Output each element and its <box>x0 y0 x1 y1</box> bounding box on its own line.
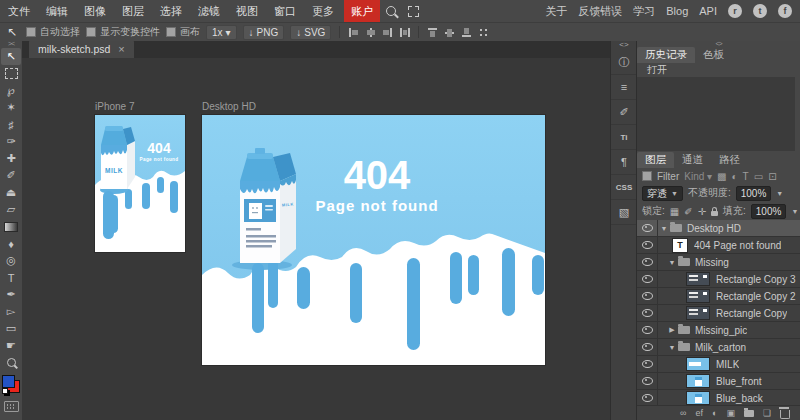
align-top-icon[interactable] <box>427 27 438 38</box>
tab-paths[interactable]: 路径 <box>711 152 748 168</box>
facebook-icon[interactable]: f <box>778 4 792 18</box>
close-icon[interactable]: × <box>118 43 124 55</box>
expand-caret[interactable]: ▶ <box>666 326 678 334</box>
shape-tool[interactable]: ▭ <box>1 320 21 337</box>
properties-panel-icon[interactable]: ≡ <box>611 75 637 100</box>
lock-paint-icon[interactable]: ✐ <box>684 206 692 217</box>
fill-stepper[interactable]: ▼ <box>791 208 798 215</box>
distribute-h-icon[interactable] <box>399 27 410 38</box>
layer-row-blue-front[interactable]: Blue_front <box>637 373 800 390</box>
paragraph-panel-icon[interactable]: ¶ <box>611 150 637 175</box>
menu-edit[interactable]: 编辑 <box>38 0 76 22</box>
magic-wand-tool[interactable]: ✶ <box>1 99 21 116</box>
new-group-icon[interactable] <box>744 410 754 417</box>
layer-effects-icon[interactable]: ef <box>695 406 703 420</box>
distribute-more-icon[interactable] <box>478 27 489 38</box>
export-svg-button[interactable]: ↓ SVG <box>290 25 331 40</box>
lasso-tool[interactable]: ℘ <box>1 82 21 99</box>
css-panel-icon[interactable]: CSS <box>611 175 637 200</box>
layer-row-missing-group[interactable]: ▼ Missing <box>637 254 800 271</box>
menu-file[interactable]: 文件 <box>0 0 38 22</box>
link-report[interactable]: 反馈错误 <box>578 4 622 19</box>
layer-row-rect-copy-3[interactable]: Rectangle Copy 3 <box>637 271 800 288</box>
foreground-color[interactable] <box>2 375 15 388</box>
opacity-input[interactable]: 100% <box>736 186 772 201</box>
filter-shape-icon[interactable]: ▭ <box>754 171 763 182</box>
link-blog[interactable]: Blog <box>666 5 688 17</box>
image-panel-icon[interactable]: ▧ <box>611 200 637 225</box>
character-panel-icon[interactable]: Ti <box>611 125 637 150</box>
layer-row-rect-copy-2[interactable]: Rectangle Copy 2 <box>637 288 800 305</box>
align-bottom-icon[interactable] <box>461 27 472 38</box>
menu-filter[interactable]: 滤镜 <box>190 0 228 22</box>
dodge-tool[interactable]: ◎ <box>1 252 21 269</box>
lock-position-icon[interactable]: ✛ <box>698 206 706 217</box>
visibility-toggle[interactable] <box>637 237 658 253</box>
artboard-label-iphone[interactable]: iPhone 7 <box>95 101 134 112</box>
menu-window[interactable]: 窗口 <box>266 0 304 22</box>
reddit-icon[interactable]: r <box>728 4 742 18</box>
layer-row-missing-pic-group[interactable]: ▶ Missing_pic <box>637 322 800 339</box>
visibility-toggle[interactable] <box>637 305 658 321</box>
layer-row-rect-copy[interactable]: Rectangle Copy <box>637 305 800 322</box>
new-layer-icon[interactable]: ❏ <box>763 406 771 420</box>
expand-caret[interactable]: ▼ <box>666 344 678 351</box>
fill-input[interactable]: 100% <box>751 204 787 219</box>
twitter-icon[interactable]: t <box>753 4 767 18</box>
keyboard-shortcuts-icon[interactable] <box>4 401 19 412</box>
path-select-tool[interactable]: ▻ <box>1 303 21 320</box>
visibility-toggle[interactable] <box>637 356 658 372</box>
visibility-toggle[interactable] <box>637 322 658 338</box>
filter-type-icon[interactable]: T <box>743 171 749 182</box>
align-middle-icon[interactable] <box>444 27 455 38</box>
adjustment-layer-icon[interactable]: ◐ <box>712 406 717 420</box>
lock-all-icon[interactable] <box>711 211 718 216</box>
blend-mode-dropdown[interactable]: 穿透 ▼ <box>642 186 683 201</box>
type-tool[interactable]: T <box>1 269 21 286</box>
move-tool[interactable]: ↖ <box>1 48 21 65</box>
toolbar-collapse[interactable]: >< <box>8 40 14 48</box>
link-api[interactable]: API <box>699 5 717 17</box>
tab-layers[interactable]: 图层 <box>637 152 674 168</box>
link-about[interactable]: 关于 <box>545 4 567 19</box>
visibility-toggle[interactable] <box>637 220 658 236</box>
canvas-area[interactable]: iPhone 7 <box>22 58 610 420</box>
layer-row-desktop-hd[interactable]: ▼ Desktop HD <box>637 220 800 237</box>
auto-select-checkbox[interactable]: 自动选择 <box>26 25 80 39</box>
tab-channels[interactable]: 通道 <box>674 152 711 168</box>
crop-tool[interactable]: ♯ <box>1 116 21 133</box>
filter-adjustment-icon[interactable]: ◐ <box>732 171 738 182</box>
filter-smart-icon[interactable]: ⊡ <box>768 171 776 182</box>
layer-mask-icon[interactable]: ▣ <box>726 406 735 420</box>
clone-stamp-tool[interactable]: ⏏ <box>1 184 21 201</box>
menu-layer[interactable]: 图层 <box>114 0 152 22</box>
align-center-h-icon[interactable] <box>365 27 376 38</box>
marquee-select-tool[interactable] <box>1 65 21 82</box>
eyedropper-tool[interactable]: ✑ <box>1 133 21 150</box>
layer-row-milk[interactable]: MILK <box>637 356 800 373</box>
filter-checkbox[interactable] <box>642 171 652 181</box>
strip-collapse[interactable]: <> <box>619 40 628 50</box>
color-swatches[interactable] <box>2 375 20 393</box>
layer-row-404-text[interactable]: T 404 Page not found <box>637 237 800 254</box>
visibility-toggle[interactable] <box>637 288 658 304</box>
info-panel-icon[interactable]: ⓘ <box>611 50 637 75</box>
artboard-iphone7[interactable]: MILK 404 Page not found <box>95 115 185 252</box>
lock-transparency-icon[interactable]: ▦ <box>670 206 679 217</box>
history-entry-open[interactable]: 打开 <box>637 63 800 76</box>
menu-view[interactable]: 视图 <box>228 0 266 22</box>
delete-layer-icon[interactable] <box>780 410 790 419</box>
align-right-icon[interactable] <box>382 27 393 38</box>
gradient-tool[interactable] <box>1 218 21 235</box>
link-layers-icon[interactable]: ∞ <box>680 406 686 420</box>
menu-more[interactable]: 更多 <box>304 0 342 22</box>
document-tab[interactable]: milk-sketch.psd × <box>29 40 134 58</box>
brush-tool[interactable]: ✐ <box>1 167 21 184</box>
default-colors-icon[interactable] <box>2 388 8 394</box>
visibility-toggle[interactable] <box>637 373 658 389</box>
filter-pixel-icon[interactable]: ▩ <box>717 171 726 182</box>
visibility-toggle[interactable] <box>637 254 658 270</box>
fullscreen-button[interactable] <box>402 0 424 22</box>
pen-tool[interactable]: ✒ <box>1 286 21 303</box>
layer-row-milk-carton-group[interactable]: ▼ Milk_carton <box>637 339 800 356</box>
